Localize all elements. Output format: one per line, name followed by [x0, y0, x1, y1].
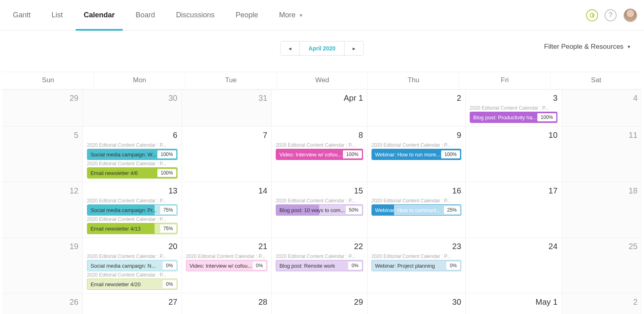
calendar-cell[interactable]: 62020 Editorial Content Calendar : P...S… [83, 127, 182, 182]
topnav-right: ? [586, 8, 638, 23]
tab-more[interactable]: More▼ [271, 0, 311, 30]
calendar-cell[interactable]: 30 [83, 89, 182, 127]
task[interactable]: 2020 Editorial Content Calendar : P...We… [372, 254, 461, 271]
task-bar[interactable]: Blog post: 10 ways to com...50% [276, 204, 363, 216]
chevron-down-icon: ▼ [299, 13, 303, 18]
tab-discussions[interactable]: Discussions [168, 0, 223, 30]
month-label[interactable]: April 2020 [300, 42, 345, 55]
task-percent: 75% [160, 225, 176, 233]
tab-gantt[interactable]: Gantt [5, 0, 39, 30]
calendar-cell[interactable]: 25 [561, 238, 642, 293]
tab-calendar[interactable]: Calendar [76, 0, 123, 30]
weekday-tue: Tue [185, 72, 277, 89]
calendar-cell[interactable]: 2 [367, 89, 465, 127]
task-bar[interactable]: Video: Interview w/ cofou...0% [186, 260, 267, 271]
task[interactable]: 2020 Editorial Content Calendar : P...Bl… [276, 254, 363, 271]
task[interactable]: 2020 Editorial Content Calendar : P...We… [372, 198, 461, 216]
calendar-cell[interactable]: 29 [2, 89, 83, 127]
task-title: Video: Interview w/ cofou... [186, 263, 252, 269]
task-percent: 100% [157, 169, 176, 177]
calendar-cell[interactable]: 5 [2, 127, 83, 182]
help-icon[interactable]: ? [605, 9, 617, 21]
task-project-label: 2020 Editorial Content Calendar : P... [276, 254, 363, 259]
filter-people-button[interactable]: Filter People & Resources ▼ [544, 43, 631, 51]
day-number: 22 [276, 242, 363, 251]
calendar-cell[interactable]: May 1 [465, 293, 561, 314]
task[interactable]: 2020 Editorial Content Calendar : P...Vi… [276, 142, 363, 160]
calendar-cell[interactable]: 18 [561, 182, 642, 238]
calendar-cell[interactable]: 2 [561, 293, 642, 314]
task[interactable]: 2020 Editorial Content Calendar : P...Bl… [470, 105, 557, 123]
day-number: 25 [566, 242, 638, 251]
month-prev-button[interactable]: ◂ [281, 42, 300, 55]
task-bar[interactable]: Email newsletter 4/6100% [87, 167, 178, 179]
calendar-cell[interactable]: 212020 Editorial Content Calendar : P...… [182, 238, 271, 293]
calendar-cell[interactable]: 32020 Editorial Content Calendar : P...B… [465, 89, 561, 127]
calendar-cell[interactable]: 17 [465, 182, 561, 238]
calendar-cell[interactable]: 24 [465, 238, 561, 293]
day-number: 17 [470, 186, 557, 195]
calendar-cell[interactable]: 12 [2, 182, 83, 238]
task-bar[interactable]: Video: Interview w/ cofou...100% [276, 149, 363, 160]
task[interactable]: 2020 Editorial Content Calendar : P...Em… [87, 272, 178, 290]
calendar-cell[interactable]: 202020 Editorial Content Calendar : P...… [83, 238, 182, 293]
month-next-button[interactable]: ▸ [344, 42, 363, 55]
task[interactable]: 2020 Editorial Content Calendar : P...Em… [87, 161, 178, 179]
topnav: GanttListCalendarBoardDiscussionsPeopleM… [0, 0, 644, 31]
task[interactable]: 2020 Editorial Content Calendar : P...We… [372, 142, 461, 160]
calendar-cell[interactable]: 28 [182, 293, 271, 314]
activity-icon[interactable] [586, 9, 598, 21]
calendar-cell[interactable]: 27 [83, 293, 182, 314]
task[interactable]: 2020 Editorial Content Calendar : P...So… [87, 142, 178, 160]
task-bar[interactable]: Webinar: Project planning0% [372, 260, 461, 271]
weekday-mon: Mon [94, 72, 185, 89]
calendar-cell[interactable]: 132020 Editorial Content Calendar : P...… [83, 182, 182, 238]
calendar-cell[interactable]: 26 [2, 293, 83, 314]
day-number: 2 [372, 94, 461, 103]
day-number: 14 [186, 186, 267, 195]
calendar-cell[interactable]: 19 [2, 238, 83, 293]
task-bar[interactable]: Social media campaign: N...0% [87, 260, 178, 271]
calendar-cell[interactable]: 31 [182, 89, 271, 127]
tab-people[interactable]: People [227, 0, 266, 30]
task-bar[interactable]: Email newsletter 4/200% [87, 279, 178, 290]
day-number: 8 [276, 131, 363, 140]
day-number: 3 [470, 94, 557, 103]
calendar-cell[interactable]: 162020 Editorial Content Calendar : P...… [367, 182, 465, 238]
task-bar[interactable]: Blog post: Productivity ha...100% [470, 112, 557, 123]
calendar-cell[interactable]: 29 [271, 293, 367, 314]
task[interactable]: 2020 Editorial Content Calendar : P...Vi… [186, 254, 267, 271]
task-bar[interactable]: Social media campaign: W...100% [87, 149, 178, 160]
day-number: 30 [87, 94, 178, 103]
day-number: 29 [276, 297, 363, 307]
calendar-cell[interactable]: 30 [367, 293, 465, 314]
calendar-cell[interactable]: 4 [561, 89, 642, 127]
task-bar[interactable]: Email newsletter 4/1375% [87, 223, 178, 234]
calendar-cell[interactable]: 82020 Editorial Content Calendar : P...V… [271, 127, 367, 182]
task[interactable]: 2020 Editorial Content Calendar : P...Bl… [276, 198, 363, 216]
calendar-cell[interactable]: 11 [561, 127, 642, 182]
task-percent: 0% [163, 280, 176, 288]
calendar-grid: 293031Apr 1232020 Editorial Content Cale… [2, 89, 642, 314]
day-number: 6 [87, 131, 178, 140]
tab-list[interactable]: List [43, 0, 71, 30]
tab-board[interactable]: Board [128, 0, 163, 30]
calendar-cell[interactable]: 14 [182, 182, 271, 238]
calendar-cell[interactable]: 10 [465, 127, 561, 182]
task-bar[interactable]: Webinar: How to communi...25% [372, 204, 461, 216]
calendar-cell[interactable]: 152020 Editorial Content Calendar : P...… [271, 182, 367, 238]
calendar-cell[interactable]: 92020 Editorial Content Calendar : P...W… [367, 127, 465, 182]
calendar-cell[interactable]: Apr 1 [271, 89, 367, 127]
task-bar[interactable]: Webinar: How to run more...100% [372, 149, 461, 160]
task[interactable]: 2020 Editorial Content Calendar : P...Em… [87, 216, 178, 234]
task-title: Social media campaign: Pr... [87, 207, 159, 213]
calendar-cell[interactable]: 232020 Editorial Content Calendar : P...… [367, 238, 465, 293]
avatar[interactable] [623, 8, 638, 23]
calendar-cell[interactable]: 7 [182, 127, 271, 182]
task-bar[interactable]: Social media campaign: Pr...75% [87, 204, 178, 216]
task[interactable]: 2020 Editorial Content Calendar : P...So… [87, 198, 178, 216]
task[interactable]: 2020 Editorial Content Calendar : P...So… [87, 254, 178, 271]
calendar-cell[interactable]: 222020 Editorial Content Calendar : P...… [271, 238, 367, 293]
task-percent: 100% [343, 150, 362, 158]
task-bar[interactable]: Blog post: Remote work0% [276, 260, 363, 271]
